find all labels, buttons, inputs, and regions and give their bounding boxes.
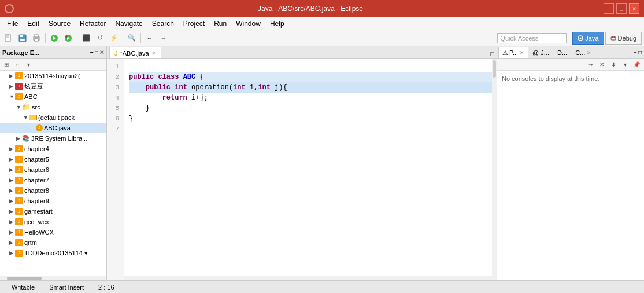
toolbar-btn-3[interactable]: ⬛	[80, 32, 92, 45]
close-panel-btn[interactable]: ✕	[99, 49, 104, 56]
editor-area: J *ABC.java ✕ − □ 1 2 3 4 5 6 7	[107, 46, 497, 280]
collapse-all-btn[interactable]: ⊞	[1, 60, 12, 70]
new-button[interactable]	[2, 32, 15, 45]
tree-item-p2[interactable]: ▶ J 炫豆豆	[0, 81, 106, 91]
java-perspective-button[interactable]: Java	[572, 32, 604, 45]
toolbar-btn-5[interactable]: ⚡	[108, 32, 120, 45]
right-panel-minimize[interactable]: −	[634, 49, 637, 56]
line-num-4: 4	[107, 93, 121, 103]
editor-tab-abc[interactable]: J *ABC.java ✕	[109, 47, 161, 58]
close-button[interactable]: ✕	[629, 3, 639, 14]
save-button[interactable]	[16, 32, 29, 45]
tree-item-ch8[interactable]: ▶ J chapter8	[0, 185, 106, 196]
tree-item-ch9[interactable]: ▶ J chapter9	[0, 196, 106, 206]
code-line-1	[129, 61, 492, 72]
tree-item-hello[interactable]: ▶ J HelloWCX	[0, 227, 106, 237]
svg-rect-8	[35, 35, 38, 37]
package-tree: ▶ J 20135114shiayan2( ▶ J 炫豆豆 ▼ J ABC	[0, 71, 106, 276]
editor-tab-label: *ABC.java	[120, 50, 149, 57]
close-console-tab[interactable]: ✕	[587, 50, 591, 56]
toolbar: ⬛ ↺ ⚡ 🔍 ← → Quick Access Java Debug	[0, 30, 644, 46]
maximize-panel-btn[interactable]: □	[95, 49, 98, 56]
right-tab-console[interactable]: C... ✕	[571, 47, 595, 58]
expand-arrow-ch7: ▶	[9, 177, 15, 183]
insert-mode-label: Smart Insert	[49, 284, 84, 291]
tree-item-abc[interactable]: ▼ J ABC	[0, 91, 106, 102]
project-label-tdd: TDDDemo20135114 ▾	[24, 250, 88, 257]
tree-item-ch7[interactable]: ▶ J chapter7	[0, 175, 106, 185]
quick-access-input[interactable]: Quick Access	[497, 33, 567, 43]
project-label-hello: HelloWCX	[24, 229, 54, 236]
forward-button[interactable]: →	[157, 32, 170, 45]
editor-content[interactable]: 1 2 3 4 5 6 7 public class ABC {	[107, 59, 497, 280]
expand-arrow-gs: ▶	[9, 208, 15, 214]
menu-edit[interactable]: Edit	[23, 17, 44, 30]
console-scroll-btn[interactable]: ⬇	[608, 60, 619, 70]
console-pin-btn[interactable]: 📌	[631, 60, 642, 70]
debug-run-button[interactable]	[62, 32, 75, 45]
project-label-ch7: chapter7	[24, 177, 49, 184]
right-panel-maximize[interactable]: □	[638, 49, 642, 56]
menu-search[interactable]: Search	[147, 17, 179, 30]
debug-perspective-button[interactable]: Debug	[605, 32, 642, 45]
menu-run[interactable]: Run	[209, 17, 231, 30]
tree-item-ch4[interactable]: ▶ J chapter4	[0, 144, 106, 154]
menu-help[interactable]: Help	[265, 17, 289, 30]
minimize-button[interactable]: −	[604, 3, 614, 14]
java-file-tab-icon: J	[114, 50, 118, 57]
editor-minimize-btn[interactable]: −	[486, 50, 489, 57]
tree-item-qrtm[interactable]: ▶ J qrtm	[0, 237, 106, 248]
menu-refactor[interactable]: Refactor	[75, 17, 110, 30]
maximize-button[interactable]: □	[616, 3, 627, 14]
tree-item-src[interactable]: ▼ 📁 src	[0, 102, 106, 112]
package-explorer-title: Package E...	[2, 49, 39, 56]
code-lines[interactable]: public class ABC { public int operation(…	[124, 59, 497, 276]
menu-source[interactable]: Source	[44, 17, 75, 30]
package-explorer-hscroll[interactable]	[0, 276, 106, 280]
minimize-panel-btn[interactable]: −	[90, 49, 94, 56]
link-editor-btn[interactable]: ↔	[12, 60, 23, 70]
project-label-gs: gamestart	[24, 208, 53, 215]
print-button[interactable]	[30, 32, 43, 45]
editor-vscroll[interactable]	[492, 59, 497, 280]
code-editor[interactable]: public class ABC { public int operation(…	[124, 59, 497, 280]
right-tab-problems[interactable]: ⚠ P... ✕	[498, 47, 528, 58]
editor-hscroll[interactable]	[124, 276, 492, 280]
tree-item-ch6[interactable]: ▶ J chapter6	[0, 164, 106, 175]
console-menu-btn[interactable]: ▾	[620, 60, 630, 70]
editor-maximize-btn[interactable]: □	[490, 50, 494, 57]
editor-tab-close[interactable]: ✕	[151, 50, 156, 56]
close-problems-tab[interactable]: ✕	[520, 50, 524, 56]
menu-navigate[interactable]: Navigate	[110, 17, 147, 30]
problems-label: P...	[509, 49, 518, 56]
right-tab-javadoc[interactable]: @ J...	[528, 47, 553, 58]
toolbar-btn-4[interactable]: ↺	[94, 32, 106, 45]
tree-item-p1[interactable]: ▶ J 20135114shiayan2(	[0, 71, 106, 81]
tree-item-default-pkg[interactable]: ▼ (default pack	[0, 112, 106, 123]
tree-item-gamestart[interactable]: ▶ J gamestart	[0, 206, 106, 217]
project-label-gcd: gcd_wcx	[24, 218, 49, 225]
project-label-qrtm: qrtm	[24, 239, 37, 246]
tree-item-gcd[interactable]: ▶ J gcd_wcx	[0, 217, 106, 227]
toolbar-btn-6[interactable]: 🔍	[125, 32, 138, 45]
tree-item-abc-java[interactable]: ▶ J ABC.java	[0, 123, 106, 133]
tree-item-tdd[interactable]: ▶ J TDDDemo20135114 ▾	[0, 248, 106, 258]
expand-arrow-hello: ▶	[9, 229, 15, 235]
menu-file[interactable]: File	[2, 17, 23, 30]
console-clear-btn[interactable]: ✕	[597, 60, 607, 70]
line-num-3: 3	[107, 82, 121, 93]
position-label: 2 : 16	[98, 284, 114, 291]
keyword-return: return	[162, 93, 191, 103]
console-new-btn[interactable]: ↪	[585, 60, 595, 70]
tree-item-ch5[interactable]: ▶ J chapter5	[0, 154, 106, 164]
code-line-3: public int operation(int i,int j){	[129, 82, 492, 93]
run-button[interactable]	[48, 32, 61, 45]
panel-menu-btn[interactable]: ▾	[23, 60, 34, 70]
back-button[interactable]: ←	[143, 32, 156, 45]
menu-project[interactable]: Project	[179, 17, 209, 30]
folder-label-src: src	[32, 104, 40, 111]
folder-icon-src: 📁	[22, 103, 31, 111]
menu-window[interactable]: Window	[231, 17, 265, 30]
tree-item-jre[interactable]: ▶ 📚 JRE System Libra...	[0, 133, 106, 144]
right-tab-declaration[interactable]: D...	[553, 47, 571, 58]
